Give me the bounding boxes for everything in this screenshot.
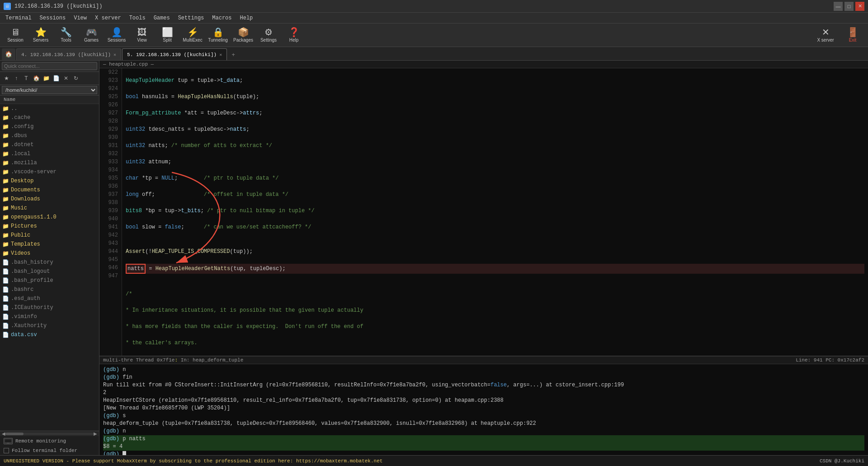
tree-item-ice[interactable]: 📄.ICEauthority xyxy=(0,303,99,312)
tree-item-documents[interactable]: 📁Documents xyxy=(0,185,99,195)
h-scrollbar-track[interactable] xyxy=(5,433,94,435)
menu-xserver[interactable]: X server xyxy=(91,14,125,22)
tree-item-public[interactable]: 📁Public xyxy=(0,231,99,240)
sidebar-btn-refresh[interactable]: ↻ xyxy=(71,74,80,83)
tree-item-music[interactable]: 📁Music xyxy=(0,204,99,213)
status-right: CSDN @J.Kuchiki xyxy=(820,458,864,464)
tree-item-templates[interactable]: 📁Templates xyxy=(0,240,99,249)
tab-home[interactable]: 🏠 xyxy=(2,48,15,60)
toolbar-view-label: View xyxy=(137,38,147,43)
desktop-folder-icon: 📁 xyxy=(2,177,9,185)
toolbar-sessions[interactable]: 👤 Sessions xyxy=(105,25,128,45)
code-line-928: char *tp = NULL; /* ptr to tuple data */ xyxy=(126,174,864,182)
exit-icon: 🚪 xyxy=(847,28,859,37)
sidebar-path-select[interactable]: /home/kuchiki/ xyxy=(2,86,97,94)
remote-monitoring[interactable]: Remote monitoring xyxy=(0,436,99,446)
sidebar: ★ ↑ T 🏠 📁 📄 ✕ ↻ /home/kuchiki/ Name 📁.. … xyxy=(0,61,99,455)
folder-hidden-icon-4: 📁 xyxy=(2,141,9,148)
terminal-status-bar: multi-thre Thread 0x7f1e: In: heap_defor… xyxy=(99,357,868,364)
toolbar-view[interactable]: 🖼 View xyxy=(130,25,154,45)
menu-games[interactable]: Games xyxy=(150,14,174,22)
tree-item-desktop[interactable]: 📁Desktop xyxy=(0,176,99,185)
tab-4-close[interactable]: ✕ xyxy=(113,52,116,57)
sidebar-btn-home[interactable]: 🏠 xyxy=(32,74,41,83)
sidebar-btn-file[interactable]: 📄 xyxy=(52,74,61,83)
sidebar-file-tree[interactable]: 📁.. 📁.cache 📁.config 📁.dbus 📁.dotnet 📁.l… xyxy=(0,104,99,431)
menu-help[interactable]: Help xyxy=(236,14,257,22)
documents-folder-icon: 📁 xyxy=(2,186,9,194)
code-line-937: * In inheritance situations, it is possi… xyxy=(126,306,864,314)
toolbar-multiexec[interactable]: ⚡ MultiExec xyxy=(181,25,204,45)
menu-view[interactable]: View xyxy=(70,14,90,22)
tab-add-button[interactable]: + xyxy=(228,49,239,60)
opengauss-folder-icon: 📁 xyxy=(2,214,9,221)
terminal-content[interactable]: (gdb) n (gdb) fin Run till exit from #0 … xyxy=(99,364,868,455)
tree-item-local[interactable]: 📁.local xyxy=(0,149,99,158)
tree-item-pictures[interactable]: 📁Pictures xyxy=(0,222,99,231)
tree-item-opengauss[interactable]: 📁opengauss1.1.0 xyxy=(0,213,99,222)
tree-item-videos[interactable]: 📁Videos xyxy=(0,249,99,258)
tab-5-close[interactable]: ✕ xyxy=(219,52,222,57)
tree-item-config[interactable]: 📁.config xyxy=(0,122,99,131)
follow-terminal-folder[interactable]: Follow terminal folder xyxy=(0,446,99,455)
tab-5[interactable]: 5. 192.168.136.139 ([kuchiki]) ✕ xyxy=(122,48,227,60)
toolbar-packages[interactable]: 📦 Packages xyxy=(231,25,255,45)
terminal-line-5: HeapInsertCStore (relation=0x7f1e8956811… xyxy=(103,397,864,404)
scroll-right-btn[interactable]: ▶ xyxy=(94,431,97,436)
folder-hidden-icon-3: 📁 xyxy=(2,132,9,139)
tree-item-mozilla[interactable]: 📁.mozilla xyxy=(0,158,99,167)
sidebar-btn-text[interactable]: T xyxy=(22,74,31,83)
close-button[interactable]: ✕ xyxy=(855,2,864,11)
sidebar-btn-delete[interactable]: ✕ xyxy=(61,74,71,83)
toolbar-sessions-label: Sessions xyxy=(108,38,126,43)
code-line-940: */ xyxy=(126,355,864,356)
sidebar-btn-up[interactable]: ↑ xyxy=(12,74,21,83)
tree-item-vscode[interactable]: 📁.vscode-server xyxy=(0,167,99,176)
toolbar-xserver[interactable]: ✕ X server xyxy=(812,25,839,45)
menu-terminal[interactable]: Terminal xyxy=(2,14,35,22)
maximize-button[interactable]: □ xyxy=(844,2,854,11)
menu-settings[interactable]: Settings xyxy=(175,14,208,22)
toolbar-games-label: Games xyxy=(84,38,99,43)
sidebar-scrollbar[interactable]: ◀ ▶ xyxy=(0,431,99,436)
sidebar-btn-folder[interactable]: 📁 xyxy=(42,74,51,83)
toolbar-games[interactable]: 🎮 Games xyxy=(80,25,103,45)
xserver-label: X server xyxy=(817,38,834,43)
follow-terminal-checkbox[interactable] xyxy=(4,448,9,453)
tree-item-data-csv[interactable]: 📄data.csv xyxy=(0,330,99,339)
tunneling-icon: 🔒 xyxy=(212,28,224,37)
code-area[interactable]: 922923924925 926927928929 930931932933 9… xyxy=(99,68,868,356)
tree-item-xauthority[interactable]: 📄.Xauthority xyxy=(0,321,99,330)
minimize-button[interactable]: — xyxy=(834,2,843,11)
folder-hidden-icon-2: 📁 xyxy=(2,123,9,130)
h-scrollbar-thumb[interactable] xyxy=(5,433,24,435)
toolbar-split[interactable]: ⬜ Split xyxy=(156,25,179,45)
bash-history-icon: 📄 xyxy=(2,259,9,266)
menu-bar: Terminal Sessions View X server Tools Ga… xyxy=(0,13,868,24)
tree-item-bash-profile[interactable]: 📄.bash_profile xyxy=(0,276,99,285)
sidebar-btn-bookmark[interactable]: ★ xyxy=(2,74,11,83)
toolbar-tunneling[interactable]: 🔒 Tunneling xyxy=(206,25,230,45)
scroll-left-btn[interactable]: ◀ xyxy=(2,431,5,436)
toolbar-tools[interactable]: 🔧 Tools xyxy=(54,25,78,45)
toolbar-settings[interactable]: ⚙ Settings xyxy=(257,25,280,45)
tab-4[interactable]: 4. 192.168.136.139 ([kuchiki]) ✕ xyxy=(16,48,121,60)
tree-item-esd-auth[interactable]: 📄.esd_auth xyxy=(0,294,99,303)
toolbar-servers[interactable]: ⭐ Servers xyxy=(29,25,52,45)
tree-item-parent[interactable]: 📁.. xyxy=(0,104,99,113)
menu-tools[interactable]: Tools xyxy=(126,14,149,22)
menu-macros[interactable]: Macros xyxy=(208,14,235,22)
tree-item-cache[interactable]: 📁.cache xyxy=(0,113,99,122)
toolbar-session[interactable]: 🖥 Session xyxy=(4,25,27,45)
tree-item-viminfo[interactable]: 📄.viminfo xyxy=(0,312,99,321)
quick-connect-input[interactable] xyxy=(2,62,97,70)
tree-item-bash-history[interactable]: 📄.bash_history xyxy=(0,258,99,267)
tree-item-bashrc[interactable]: 📄.bashrc xyxy=(0,285,99,294)
tree-item-dotnet[interactable]: 📁.dotnet xyxy=(0,140,99,149)
toolbar-help[interactable]: ❓ Help xyxy=(282,25,306,45)
toolbar-exit[interactable]: 🚪 Exit xyxy=(841,25,864,45)
tree-item-downloads[interactable]: 📁Downloads xyxy=(0,195,99,204)
tree-item-bash-logout[interactable]: 📄.bash_logout xyxy=(0,267,99,276)
tree-item-dbus[interactable]: 📁.dbus xyxy=(0,131,99,140)
menu-sessions[interactable]: Sessions xyxy=(36,14,70,22)
